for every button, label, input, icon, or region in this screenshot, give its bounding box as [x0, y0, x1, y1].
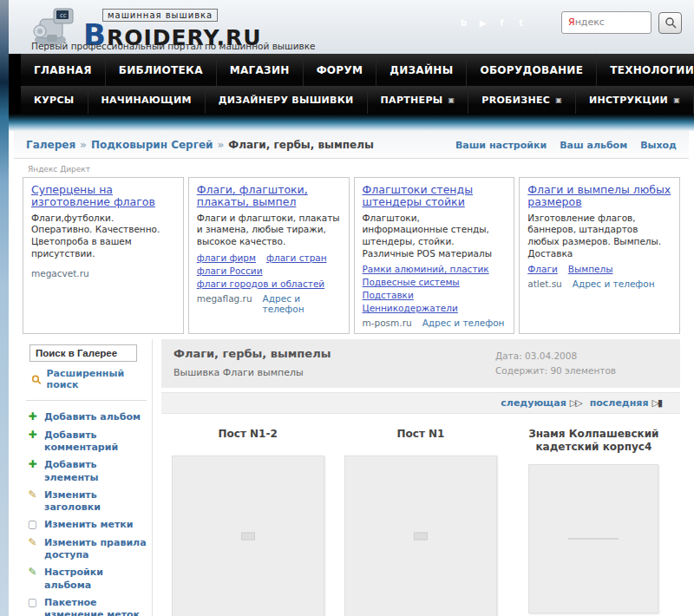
ad-title-link[interactable]: Суперцены на изготовление флагов — [31, 184, 175, 209]
search-icon — [665, 16, 677, 29]
nav-item[interactable]: ФОРУМ▣ — [304, 54, 377, 86]
nav-item[interactable]: ДИЗАЙНЫ▣ — [376, 54, 467, 86]
nav-item[interactable]: ПАРТНЕРЫ▣ — [368, 86, 469, 114]
album-settings-icon: ✎ — [26, 567, 39, 578]
broken-image-icon — [568, 538, 619, 540]
sidebar-menu-item[interactable]: ✚Добавить комментарий — [26, 427, 147, 457]
ad-sitelink[interactable]: Вымпелы — [568, 264, 613, 274]
ad-sitelink[interactable]: флаги России — [197, 265, 263, 276]
yandex-search-input[interactable] — [561, 11, 651, 34]
sidebar-menu-item[interactable]: ✚Добавить элементы — [26, 456, 147, 487]
nav-item[interactable]: ГЛАВНАЯ▣ — [21, 54, 106, 86]
ad-box: Флаги, флагштоки, плакаты, вымпел Флаги … — [188, 177, 350, 334]
ad-sitelink[interactable]: флаги стран — [266, 252, 327, 263]
ad-sitelink[interactable]: Подставки — [363, 290, 414, 300]
ad-sitelinks: Рамки алюминий, пластикПодвесные системы… — [363, 264, 507, 313]
nav-item[interactable]: PROБИЗНЕС▣ — [468, 86, 576, 114]
ad-domain[interactable]: m-posm.ru — [363, 318, 412, 328]
ad-description: Флаги и флагштоки, плакаты и знамена, лю… — [197, 213, 341, 248]
nav-item[interactable]: ОБОРУДОВАНИЕ▣ — [467, 54, 597, 86]
nav-row-1: ГЛАВНАЯ▣БИБЛИОТЕКА▣МАГАЗИН▣ФОРУМ▣ДИЗАЙНЫ… — [9, 54, 694, 86]
social-link[interactable]: f — [494, 16, 509, 30]
sidebar-menu-item[interactable]: ▢Изменить метки — [26, 516, 147, 534]
breadcrumb-row: Галерея»Подковырин Сергей»Флаги, гербы, … — [14, 131, 689, 159]
edit-titles-icon: ✎ — [26, 489, 39, 501]
page: cc машинная вышивка BROIDERY.RU Первый п… — [9, 0, 694, 616]
search-button[interactable] — [658, 12, 682, 34]
ad-description: Флагштоки, информационные стенды, штенде… — [363, 213, 507, 260]
gallery-item-title[interactable]: Знамя Колпашевский кадетский корпус4 — [507, 428, 680, 464]
advanced-search-link[interactable]: Расширенный поиск — [31, 368, 147, 390]
ad-sitelink[interactable]: Подвесные системы — [363, 277, 460, 287]
ad-contact-link[interactable]: Адрес и телефон — [263, 293, 341, 314]
gallery-item: Пост N1 Дата: 10.06.2015 Новый « операци… — [334, 428, 507, 616]
ad-title-link[interactable]: Флаги, флагштоки, плакаты, вымпел — [197, 184, 341, 209]
gallery-item-title[interactable]: Пост N1-2 — [206, 428, 290, 455]
ad-sitelinks: флаги фирмфлаги странфлаги Россиифлаги г… — [197, 252, 341, 289]
ad-sitelink[interactable]: Флаги — [527, 264, 558, 274]
gallery-search-input[interactable] — [29, 344, 137, 362]
user-link[interactable]: Ваш альбом — [560, 140, 627, 151]
ad-sitelink[interactable]: флаги городов и областей — [197, 279, 324, 289]
nav-item[interactable]: ТЕХНОЛОГИИ▣ — [597, 54, 694, 86]
nav-item[interactable]: КУРСЫ▣ — [21, 86, 88, 114]
social-link[interactable]: ▶ — [475, 16, 490, 30]
content-card: Галерея»Подковырин Сергей»Флаги, гербы, … — [9, 131, 694, 616]
ad-description: Флаги,футболки. Оперативно. Качественно.… — [31, 213, 175, 260]
ad-title-link[interactable]: Флагштоки стенды штендеры стойки — [363, 184, 507, 209]
sidebar-menu-item[interactable]: ▢Пакетное изменение меток — [26, 594, 147, 616]
gallery-item-thumbnail[interactable] — [528, 464, 658, 613]
nav-item[interactable]: ИНСТРУКЦИИ▣ — [576, 86, 694, 114]
social-links: b▶ft — [456, 16, 528, 30]
batch-tags-icon: ▢ — [26, 597, 39, 608]
svg-text:cc: cc — [60, 12, 67, 19]
ad-sitelink[interactable]: Рамки алюминий, пластик — [363, 264, 489, 274]
next-page-link[interactable]: следующая — [501, 397, 566, 409]
sidebar-menu: ✚Добавить альбом✚Добавить комментарий✚До… — [26, 409, 147, 616]
gallery-item-title[interactable]: Пост N1 — [385, 428, 457, 455]
nav-item[interactable]: МАГАЗИН▣ — [217, 54, 304, 86]
ad-domain[interactable]: megacvet.ru — [31, 268, 89, 279]
album-main: Флаги, гербы, вымпелы Вышивка Флаги вымп… — [153, 339, 680, 616]
breadcrumb-separator: » — [80, 139, 87, 151]
album-date: Дата: 03.04.2008 — [495, 349, 616, 364]
social-link[interactable]: t — [514, 16, 528, 30]
nav-item[interactable]: БИБЛИОТЕКА▣ — [106, 54, 217, 86]
add-album-icon: ✚ — [26, 411, 39, 423]
breadcrumb-link[interactable]: Подковырин Сергей — [91, 139, 213, 151]
breadcrumb: Галерея»Подковырин Сергей»Флаги, гербы, … — [26, 139, 374, 151]
gallery-grid: Пост N1-2 Дата: 10.06.2015 Новый « опера… — [161, 428, 680, 616]
breadcrumb-link[interactable]: Галерея — [26, 139, 75, 151]
broken-image-icon — [414, 533, 428, 541]
advanced-search-icon — [31, 374, 42, 385]
album-meta: Дата: 03.04.2008 Содержит: 90 элементов — [495, 347, 668, 378]
last-page-icon: ▷▮ — [651, 397, 661, 409]
gallery-item: Пост N1-2 Дата: 10.06.2015 Новый « опера… — [161, 428, 334, 616]
logo-small-text: машинная вышивка — [102, 9, 218, 22]
pagination: следующая▷▷последняя▷▮ — [161, 392, 680, 414]
next-page-icon: ▷▷ — [570, 397, 581, 409]
user-link[interactable]: Выход — [640, 140, 677, 151]
ad-sitelink[interactable]: Ценникодержатели — [363, 303, 458, 313]
gallery-item-thumbnail[interactable] — [344, 455, 497, 616]
dropdown-marker-icon: ▣ — [555, 96, 562, 104]
sidebar-menu-item[interactable]: ✚Добавить альбом — [26, 409, 147, 426]
ad-title-link[interactable]: Флаги и вымпелы любых размеров — [527, 184, 671, 209]
ad-contact-link[interactable]: Адрес и телефон — [422, 318, 505, 328]
user-links: Ваши настройкиВаш альбомВыход — [455, 140, 677, 151]
sidebar-menu-item[interactable]: ✎Изменить правила доступа — [26, 534, 147, 565]
social-link[interactable]: b — [456, 16, 471, 30]
album-count: Содержит: 90 элементов — [495, 364, 616, 378]
ad-sitelink[interactable]: флаги фирм — [197, 252, 256, 263]
ad-contact-link[interactable]: Адрес и телефон — [573, 279, 655, 289]
sidebar-menu-item[interactable]: ✎Настройки альбома — [26, 564, 147, 594]
gallery-item-thumbnail[interactable] — [172, 455, 324, 616]
ad-domain[interactable]: megaflag.ru — [197, 293, 252, 314]
sidebar-menu-item[interactable]: ✎Изменить заголовки — [26, 487, 147, 517]
user-link[interactable]: Ваши настройки — [455, 140, 547, 151]
nav-item[interactable]: НАЧИНАЮЩИМ▣ — [88, 86, 206, 114]
ad-domain[interactable]: atlet.su — [527, 279, 562, 289]
nav-item[interactable]: ДИЗАЙНЕРУ ВЫШИВКИ▣ — [206, 86, 368, 114]
nav-row-2: КУРСЫ▣НАЧИНАЮЩИМ▣ДИЗАЙНЕРУ ВЫШИВКИ▣ПАРТН… — [9, 86, 694, 114]
last-page-link[interactable]: последняя — [590, 397, 649, 409]
